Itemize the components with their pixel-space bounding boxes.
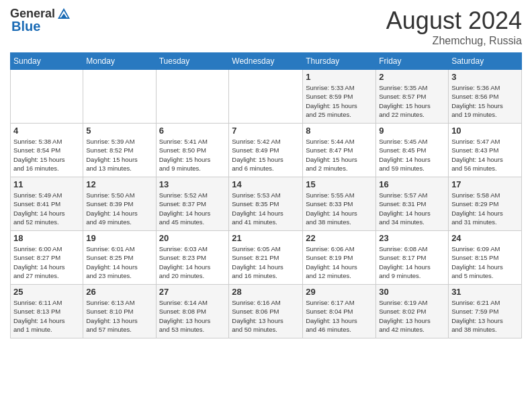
day-number: 14 xyxy=(232,179,300,189)
day-number: 9 xyxy=(379,126,445,136)
cell-3-4: 22Sunrise: 6:06 AM Sunset: 8:19 PM Dayli… xyxy=(303,231,376,285)
col-friday: Friday xyxy=(376,53,449,70)
cell-0-5: 2Sunrise: 5:35 AM Sunset: 8:57 PM Daylig… xyxy=(376,70,449,124)
logo-icon xyxy=(56,7,71,21)
day-number: 5 xyxy=(86,126,152,136)
day-number: 10 xyxy=(451,126,519,136)
day-info: Sunrise: 6:19 AM Sunset: 8:02 PM Dayligh… xyxy=(379,298,445,334)
col-wednesday: Wednesday xyxy=(229,53,303,70)
cell-0-3 xyxy=(229,70,303,124)
col-sunday: Sunday xyxy=(11,53,83,70)
day-info: Sunrise: 5:47 AM Sunset: 8:43 PM Dayligh… xyxy=(451,137,519,173)
cell-2-5: 16Sunrise: 5:57 AM Sunset: 8:31 PM Dayli… xyxy=(376,177,449,231)
day-number: 4 xyxy=(13,126,80,136)
day-info: Sunrise: 5:55 AM Sunset: 8:33 PM Dayligh… xyxy=(306,191,373,226)
page: General Blue August 2024 Zhemchug, Russi… xyxy=(0,0,532,411)
day-info: Sunrise: 5:35 AM Sunset: 8:57 PM Dayligh… xyxy=(379,83,445,119)
day-number: 24 xyxy=(451,233,519,243)
day-number: 18 xyxy=(13,233,80,243)
day-number: 7 xyxy=(232,126,300,136)
day-number: 16 xyxy=(379,179,445,189)
day-number: 25 xyxy=(13,287,80,297)
day-info: Sunrise: 5:36 AM Sunset: 8:56 PM Dayligh… xyxy=(451,83,519,119)
cell-1-4: 8Sunrise: 5:44 AM Sunset: 8:47 PM Daylig… xyxy=(303,124,376,177)
cell-2-6: 17Sunrise: 5:58 AM Sunset: 8:29 PM Dayli… xyxy=(449,177,522,231)
day-number: 27 xyxy=(159,287,226,297)
day-number: 13 xyxy=(159,179,226,189)
day-number: 2 xyxy=(379,72,445,82)
day-info: Sunrise: 5:53 AM Sunset: 8:35 PM Dayligh… xyxy=(232,191,300,226)
week-row-1: 4Sunrise: 5:38 AM Sunset: 8:54 PM Daylig… xyxy=(11,124,522,177)
cell-4-1: 26Sunrise: 6:13 AM Sunset: 8:10 PM Dayli… xyxy=(83,285,156,338)
day-number: 19 xyxy=(86,233,152,243)
week-row-0: 1Sunrise: 5:33 AM Sunset: 8:59 PM Daylig… xyxy=(11,70,522,124)
cell-2-0: 11Sunrise: 5:49 AM Sunset: 8:41 PM Dayli… xyxy=(11,177,83,231)
day-info: Sunrise: 6:17 AM Sunset: 8:04 PM Dayligh… xyxy=(306,298,373,334)
day-number: 17 xyxy=(451,179,519,189)
day-info: Sunrise: 5:50 AM Sunset: 8:39 PM Dayligh… xyxy=(86,191,152,226)
title-block: August 2024 Zhemchug, Russia xyxy=(386,7,522,47)
cell-2-1: 12Sunrise: 5:50 AM Sunset: 8:39 PM Dayli… xyxy=(83,177,156,231)
week-row-3: 18Sunrise: 6:00 AM Sunset: 8:27 PM Dayli… xyxy=(11,231,522,285)
week-row-4: 25Sunrise: 6:11 AM Sunset: 8:13 PM Dayli… xyxy=(11,285,522,338)
cell-0-4: 1Sunrise: 5:33 AM Sunset: 8:59 PM Daylig… xyxy=(303,70,376,124)
cell-0-6: 3Sunrise: 5:36 AM Sunset: 8:56 PM Daylig… xyxy=(449,70,522,124)
week-row-2: 11Sunrise: 5:49 AM Sunset: 8:41 PM Dayli… xyxy=(11,177,522,231)
day-number: 15 xyxy=(306,179,373,189)
day-number: 26 xyxy=(86,287,152,297)
col-thursday: Thursday xyxy=(303,53,376,70)
day-info: Sunrise: 6:06 AM Sunset: 8:19 PM Dayligh… xyxy=(306,244,373,280)
day-info: Sunrise: 6:00 AM Sunset: 8:27 PM Dayligh… xyxy=(13,244,80,280)
cell-0-0 xyxy=(11,70,83,124)
day-info: Sunrise: 6:21 AM Sunset: 7:59 PM Dayligh… xyxy=(451,298,519,334)
day-info: Sunrise: 5:58 AM Sunset: 8:29 PM Dayligh… xyxy=(451,191,519,226)
day-info: Sunrise: 6:14 AM Sunset: 8:08 PM Dayligh… xyxy=(159,298,226,334)
day-number: 20 xyxy=(159,233,226,243)
day-number: 23 xyxy=(379,233,445,243)
day-number: 30 xyxy=(379,287,445,297)
cell-3-1: 19Sunrise: 6:01 AM Sunset: 8:25 PM Dayli… xyxy=(83,231,156,285)
cell-3-6: 24Sunrise: 6:09 AM Sunset: 8:15 PM Dayli… xyxy=(449,231,522,285)
cell-1-2: 6Sunrise: 5:41 AM Sunset: 8:50 PM Daylig… xyxy=(156,124,229,177)
day-info: Sunrise: 5:44 AM Sunset: 8:47 PM Dayligh… xyxy=(306,137,373,173)
day-number: 28 xyxy=(232,287,300,297)
cell-0-2 xyxy=(156,70,229,124)
day-number: 8 xyxy=(306,126,373,136)
day-info: Sunrise: 5:52 AM Sunset: 8:37 PM Dayligh… xyxy=(159,191,226,226)
day-info: Sunrise: 5:42 AM Sunset: 8:49 PM Dayligh… xyxy=(232,137,300,173)
cell-3-5: 23Sunrise: 6:08 AM Sunset: 8:17 PM Dayli… xyxy=(376,231,449,285)
col-tuesday: Tuesday xyxy=(156,53,229,70)
cell-4-3: 28Sunrise: 6:16 AM Sunset: 8:06 PM Dayli… xyxy=(229,285,303,338)
cell-1-6: 10Sunrise: 5:47 AM Sunset: 8:43 PM Dayli… xyxy=(449,124,522,177)
day-info: Sunrise: 5:33 AM Sunset: 8:59 PM Dayligh… xyxy=(306,83,373,119)
day-info: Sunrise: 5:49 AM Sunset: 8:41 PM Dayligh… xyxy=(13,191,80,226)
logo: General Blue xyxy=(10,7,71,34)
cell-4-5: 30Sunrise: 6:19 AM Sunset: 8:02 PM Dayli… xyxy=(376,285,449,338)
cell-1-0: 4Sunrise: 5:38 AM Sunset: 8:54 PM Daylig… xyxy=(11,124,83,177)
cell-3-3: 21Sunrise: 6:05 AM Sunset: 8:21 PM Dayli… xyxy=(229,231,303,285)
day-number: 1 xyxy=(306,72,373,82)
cell-2-4: 15Sunrise: 5:55 AM Sunset: 8:33 PM Dayli… xyxy=(303,177,376,231)
location: Zhemchug, Russia xyxy=(386,35,522,47)
cell-1-1: 5Sunrise: 5:39 AM Sunset: 8:52 PM Daylig… xyxy=(83,124,156,177)
day-info: Sunrise: 5:39 AM Sunset: 8:52 PM Dayligh… xyxy=(86,137,152,173)
day-info: Sunrise: 5:45 AM Sunset: 8:45 PM Dayligh… xyxy=(379,137,445,173)
day-number: 6 xyxy=(159,126,226,136)
cell-4-2: 27Sunrise: 6:14 AM Sunset: 8:08 PM Dayli… xyxy=(156,285,229,338)
day-info: Sunrise: 6:01 AM Sunset: 8:25 PM Dayligh… xyxy=(86,244,152,280)
day-number: 29 xyxy=(306,287,373,297)
calendar: Sunday Monday Tuesday Wednesday Thursday… xyxy=(10,52,522,338)
day-number: 22 xyxy=(306,233,373,243)
cell-1-5: 9Sunrise: 5:45 AM Sunset: 8:45 PM Daylig… xyxy=(376,124,449,177)
day-info: Sunrise: 5:41 AM Sunset: 8:50 PM Dayligh… xyxy=(159,137,226,173)
col-saturday: Saturday xyxy=(449,53,522,70)
day-info: Sunrise: 5:57 AM Sunset: 8:31 PM Dayligh… xyxy=(379,191,445,226)
cell-1-3: 7Sunrise: 5:42 AM Sunset: 8:49 PM Daylig… xyxy=(229,124,303,177)
day-info: Sunrise: 6:16 AM Sunset: 8:06 PM Dayligh… xyxy=(232,298,300,334)
day-info: Sunrise: 5:38 AM Sunset: 8:54 PM Dayligh… xyxy=(13,137,80,173)
day-number: 11 xyxy=(13,179,80,189)
day-number: 3 xyxy=(451,72,519,82)
cell-3-2: 20Sunrise: 6:03 AM Sunset: 8:23 PM Dayli… xyxy=(156,231,229,285)
day-number: 31 xyxy=(451,287,519,297)
cell-4-4: 29Sunrise: 6:17 AM Sunset: 8:04 PM Dayli… xyxy=(303,285,376,338)
